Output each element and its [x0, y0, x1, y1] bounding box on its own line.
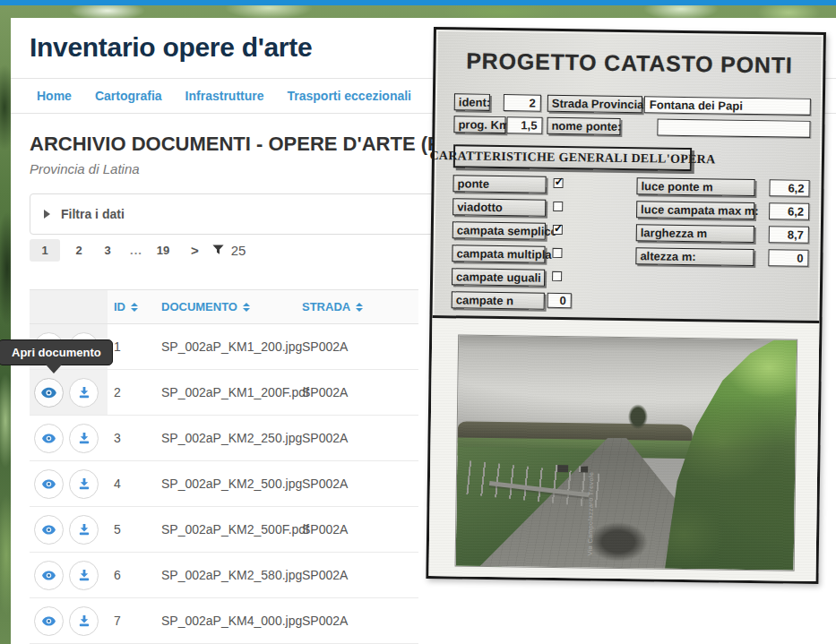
- viadotto-checkbox: [553, 202, 563, 211]
- next-page-button[interactable]: >: [191, 243, 199, 258]
- table-header-row: ID DOCUMENTO STRADA: [30, 289, 418, 324]
- screen: Inventario opere d'arte Home Cartografia…: [0, 0, 836, 644]
- sort-icon: [243, 303, 250, 312]
- caret-right-icon: [44, 210, 50, 219]
- documento-cell: SP_002aP_KM2_580.jpg: [161, 568, 302, 582]
- column-label: ID: [114, 300, 125, 313]
- top-accent-bar: [0, 0, 836, 5]
- view-document-button[interactable]: [34, 606, 64, 636]
- ident-value: 2: [504, 94, 541, 112]
- id-cell: 7: [108, 614, 161, 628]
- view-document-button[interactable]: [34, 469, 64, 499]
- view-document-button[interactable]: [34, 515, 64, 545]
- campata-semplice-checkbox: ✓: [553, 225, 563, 235]
- ident-label: ident:: [454, 93, 490, 111]
- nav-item-trasporti[interactable]: Trasporti eccezionali: [288, 89, 412, 103]
- table-row: 6 SP_002aP_KM2_580.jpg SP002A: [30, 553, 418, 598]
- caratteristiche-section-button: CARATTERISTICHE GENERALI DELL'OPERA: [453, 144, 692, 171]
- page-button-3[interactable]: 3: [99, 244, 116, 257]
- documento-cell: SP_002aP_KM2_500.jpg: [161, 477, 302, 491]
- page-button-1[interactable]: 1: [30, 239, 60, 262]
- documento-cell: SP_002aP_KM1_200.jpg: [161, 339, 302, 354]
- strada-cell: SP002A: [302, 385, 418, 399]
- table-row: 4 SP_002aP_KM2_500.jpg SP002A: [30, 461, 418, 507]
- prog-km-label: prog. Km: [453, 116, 505, 133]
- view-document-button[interactable]: [34, 561, 64, 590]
- table-row: 5 SP_002aP_KM2_500F.pdf SP002A: [30, 507, 418, 553]
- luce-campata-max-value: 6,2: [769, 202, 809, 220]
- column-header-strada[interactable]: STRADA: [302, 290, 418, 323]
- filter-funnel-icon[interactable]: [211, 244, 225, 257]
- page-ellipsis: ...: [128, 244, 144, 257]
- strada-cell: SP002A: [302, 568, 418, 582]
- tooltip-label: Apri documento: [12, 346, 101, 359]
- scanned-form-preview: PROGETTO CATASTO PONTI ident: 2 Strada P…: [426, 27, 826, 584]
- documento-cell: SP_002aP_KM4_000.jpg: [161, 614, 302, 628]
- page-title: ARCHIVIO DOCUMENTI - OPERE D'ARTE (FA: [30, 133, 452, 156]
- prog-km-value: 1,5: [506, 116, 542, 134]
- view-document-button[interactable]: [34, 378, 64, 408]
- view-document-button[interactable]: [34, 424, 64, 453]
- actions-cell: [30, 424, 108, 453]
- photo-vignette: [456, 335, 797, 570]
- id-cell: 2: [108, 385, 161, 399]
- luce-ponte-label: luce ponte m: [636, 177, 754, 196]
- ponte-label: ponte: [452, 175, 546, 193]
- strada-cell: SP002A: [302, 614, 418, 628]
- download-document-button[interactable]: [69, 561, 99, 590]
- strada-cell: SP002A: [302, 477, 418, 491]
- strada-cell: SP002A: [302, 522, 418, 537]
- documento-cell: SP_002aP_KM2_500F.pdf: [161, 522, 302, 537]
- page-subtitle: Provincia di Latina: [30, 161, 140, 176]
- ponte-checkbox: ✓: [554, 178, 564, 188]
- actions-cell: [30, 606, 108, 636]
- strada-cell: SP002A: [302, 431, 418, 445]
- pagination: 1 2 3 ... 19 > 25: [30, 238, 246, 262]
- page-button-19[interactable]: 19: [155, 244, 171, 257]
- altezza-value: 0: [768, 249, 808, 267]
- download-document-button[interactable]: [69, 469, 99, 499]
- header-actions-cell: [30, 290, 108, 323]
- altezza-label: altezza m:: [635, 247, 754, 266]
- sort-icon: [131, 303, 138, 312]
- actions-cell: [30, 370, 108, 415]
- page-size-value[interactable]: 25: [231, 243, 246, 258]
- nav-item-cartografia[interactable]: Cartografia: [95, 89, 162, 103]
- table-row: 3 SP_002aP_KM2_250.jpg SP002A: [30, 416, 418, 461]
- page-button-2[interactable]: 2: [71, 244, 87, 257]
- column-label: STRADA: [302, 300, 350, 313]
- viadotto-label: viadotto: [452, 198, 546, 216]
- photo-frame: Via Campolazzaro Trevole: [428, 315, 819, 581]
- luce-ponte-value: 6,2: [769, 179, 809, 197]
- road-photo: Via Campolazzaro Trevole: [455, 334, 798, 571]
- download-document-button[interactable]: [69, 424, 99, 453]
- larghezza-value: 8,7: [769, 226, 809, 244]
- download-document-button[interactable]: [69, 378, 99, 408]
- strada-provinciale-label: Strada Provinciale:: [547, 95, 642, 113]
- site-title: Inventario opere d'arte: [30, 32, 312, 63]
- scan-form-title: PROGETTO CATASTO PONTI: [435, 47, 823, 79]
- strada-provinciale-value: Fontana dei Papi: [644, 96, 811, 116]
- column-header-id[interactable]: ID: [108, 290, 161, 323]
- campata-multipla-checkbox: [552, 248, 562, 258]
- luce-campata-max-label: luce campata max m:: [636, 201, 754, 219]
- download-document-button[interactable]: [69, 515, 99, 545]
- campate-n-label: campate n: [452, 291, 545, 309]
- table-row: 2 SP_002aP_KM1_200F.pdf SP002A: [30, 370, 418, 416]
- campate-n-value: 0: [547, 293, 572, 308]
- id-cell: 4: [108, 477, 161, 491]
- campata-semplice-label: campata semplice: [452, 221, 546, 239]
- id-cell: 3: [108, 431, 161, 445]
- nome-ponte-label: nome ponte:: [547, 117, 620, 135]
- documento-cell: SP_002aP_KM2_250.jpg: [161, 431, 302, 445]
- actions-cell: [30, 515, 108, 545]
- id-cell: 5: [108, 522, 161, 537]
- id-cell: 6: [108, 568, 161, 582]
- filter-label: Filtra i dati: [61, 207, 125, 221]
- larghezza-label: larghezza m: [636, 224, 754, 243]
- column-header-documento[interactable]: DOCUMENTO: [161, 290, 302, 323]
- download-document-button[interactable]: [69, 606, 99, 636]
- nav-item-home[interactable]: Home: [37, 89, 72, 103]
- nav-item-infrastrutture[interactable]: Infrastrutture: [185, 89, 264, 103]
- column-label: DOCUMENTO: [161, 300, 237, 313]
